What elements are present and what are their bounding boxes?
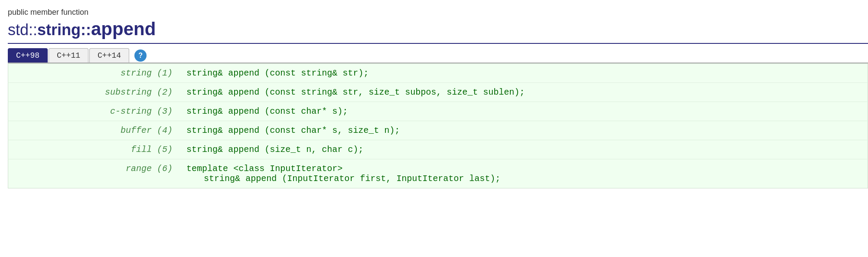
overload-label-4: buffer (4)	[8, 121, 180, 140]
tab-cpp14[interactable]: C++14	[89, 48, 129, 63]
help-icon[interactable]: ?	[134, 49, 147, 62]
overload-code-4: string& append (const char* s, size_t n)…	[179, 121, 868, 140]
overload-code-1: string& append (const string& str);	[179, 64, 868, 83]
overload-code-6-line2: string& append (InputIterator first, Inp…	[186, 174, 861, 184]
overload-code-5: string& append (size_t n, char c);	[179, 140, 868, 159]
table-row: string (1) string& append (const string&…	[8, 64, 868, 83]
function-title: std::string::append	[8, 19, 868, 44]
overload-code-6: template <class InputIterator> string& a…	[179, 159, 868, 188]
table-row: range (6) template <class InputIterator>…	[8, 159, 868, 188]
table-row: c-string (3) string& append (const char*…	[8, 102, 868, 121]
table-row: fill (5) string& append (size_t n, char …	[8, 140, 868, 159]
overload-label-6: range (6)	[8, 159, 180, 188]
tab-cpp98[interactable]: C++98	[8, 48, 48, 63]
overload-label-2: substring (2)	[8, 83, 180, 102]
overload-label-1: string (1)	[8, 64, 180, 83]
page-container: public member function std::string::appe…	[0, 0, 868, 188]
overload-code-3: string& append (const char* s);	[179, 102, 868, 121]
function-name: append	[91, 19, 156, 39]
tabs-container: C++98 C++11 C++14 ?	[8, 48, 868, 63]
overload-code-2: string& append (const string& str, size_…	[179, 83, 868, 102]
overload-label-5: fill (5)	[8, 140, 180, 159]
table-row: substring (2) string& append (const stri…	[8, 83, 868, 102]
tab-cpp11[interactable]: C++11	[49, 48, 88, 63]
overloads-table: string (1) string& append (const string&…	[8, 63, 868, 188]
namespace-prefix: std::string::	[8, 21, 91, 39]
table-row: buffer (4) string& append (const char* s…	[8, 121, 868, 140]
overload-label-3: c-string (3)	[8, 102, 180, 121]
member-type-label: public member function	[8, 8, 868, 17]
